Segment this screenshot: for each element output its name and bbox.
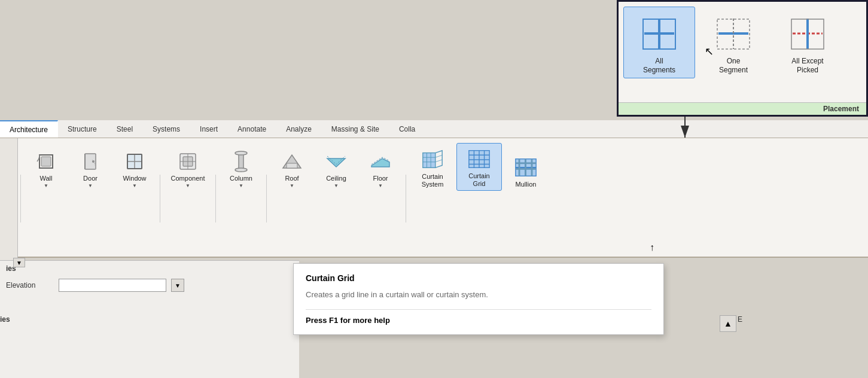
component-label: Component	[171, 175, 205, 182]
floor-drop-arrow: ▼	[378, 183, 383, 188]
tool-ceiling[interactable]: Ceiling ▼	[315, 143, 358, 191]
svg-line-21	[435, 155, 442, 157]
tool-window[interactable]: Window ▼	[113, 143, 156, 191]
svg-rect-35	[531, 159, 533, 176]
placement-one-segment[interactable]: OneSegment	[698, 7, 769, 78]
one-segment-label: OneSegment	[719, 57, 748, 74]
column-icon	[229, 150, 253, 173]
wall-label: Wall	[40, 175, 53, 182]
expand-button[interactable]: ▼	[13, 258, 25, 267]
tab-annotate[interactable]: Annotate	[228, 120, 276, 138]
ribbon-content: fy ▼ Wall ▼ Door ▼	[0, 138, 868, 258]
tool-mullion[interactable]: Mullion	[503, 143, 549, 191]
tab-massing[interactable]: Massing & Site	[322, 120, 389, 138]
tool-roof[interactable]: Roof ▼	[270, 143, 313, 191]
svg-rect-37	[516, 168, 536, 170]
ribbon-separator-4	[266, 175, 267, 222]
door-icon	[78, 150, 102, 173]
curtain-system-label: CurtainSystem	[422, 173, 444, 188]
tab-structure[interactable]: Structure	[58, 120, 107, 138]
tool-door[interactable]: Door ▼	[69, 143, 112, 191]
mullion-icon	[514, 156, 538, 179]
svg-rect-16	[423, 153, 435, 167]
all-segments-icon	[638, 13, 680, 54]
curtain-system-icon	[421, 148, 444, 172]
roof-drop-arrow: ▼	[290, 183, 294, 188]
cursor-on-ribbon: ↑	[650, 242, 654, 253]
component-drop-arrow: ▼	[185, 183, 190, 188]
ceiling-label: Ceiling	[326, 175, 346, 182]
ceiling-icon	[324, 150, 348, 173]
svg-rect-33	[519, 159, 520, 176]
svg-rect-36	[516, 162, 536, 164]
elevation-row: Elevation ▼	[0, 276, 299, 294]
floor-icon	[368, 150, 392, 173]
placement-all-segments[interactable]: AllSegments	[623, 7, 695, 78]
column-drop-arrow: ▼	[239, 183, 243, 188]
tool-wall[interactable]: Wall ▼	[25, 143, 68, 191]
elevation-input[interactable]	[59, 279, 166, 292]
tab-insert[interactable]: Insert	[190, 120, 228, 138]
roof-icon	[280, 150, 304, 173]
placement-all-except-picked[interactable]: All ExceptPicked	[772, 7, 843, 78]
all-except-picked-label: All ExceptPicked	[791, 57, 823, 74]
svg-point-13	[235, 151, 247, 155]
elevation-dropdown[interactable]: ▼	[171, 279, 184, 292]
ribbon-tabs-bar: Architecture Structure Steel Systems Ins…	[0, 120, 868, 138]
elevation-label: Elevation	[6, 281, 54, 289]
svg-rect-12	[239, 153, 243, 170]
wall-icon	[34, 150, 58, 173]
ribbon-separator-1	[20, 175, 21, 222]
tooltip-title: Curtain Grid	[306, 273, 651, 283]
tab-steel[interactable]: Steel	[107, 120, 143, 138]
cursor-on-placement: ↖	[705, 45, 714, 58]
mullion-label: Mullion	[516, 181, 537, 188]
tab-analyze[interactable]: Analyze	[276, 120, 322, 138]
component-icon	[176, 150, 200, 173]
roof-label: Roof	[285, 175, 299, 182]
tool-column[interactable]: Column ▼	[220, 143, 263, 191]
column-label: Column	[230, 175, 252, 182]
properties-label: ies	[0, 261, 299, 276]
e-label: E	[738, 315, 742, 324]
curtain-grid-icon	[467, 147, 491, 171]
placement-popup: AllSegments OneSegment All	[617, 0, 868, 117]
all-except-picked-icon	[787, 13, 829, 54]
tooltip-popup: Curtain Grid Creates a grid line in a cu…	[293, 263, 664, 335]
tab-systems[interactable]: Systems	[143, 120, 190, 138]
window-icon	[123, 150, 147, 173]
tool-floor[interactable]: Floor ▼	[359, 143, 402, 191]
all-segments-label: AllSegments	[643, 57, 675, 74]
placement-section-label: Placement	[619, 102, 866, 115]
up-button[interactable]: ▲	[720, 315, 736, 332]
tool-curtain-system[interactable]: CurtainSystem	[410, 143, 455, 191]
ribbon-separator-5	[406, 175, 406, 222]
ceiling-drop-arrow: ▼	[334, 183, 339, 188]
ribbon-separator-2	[160, 175, 160, 222]
svg-point-14	[235, 168, 247, 172]
ribbon-separator-3	[215, 175, 216, 222]
svg-rect-34	[525, 159, 526, 176]
tool-curtain-grid[interactable]: CurtainGrid	[456, 143, 502, 191]
properties-partial: ies	[0, 315, 10, 324]
window-label: Window	[123, 175, 146, 182]
tab-architecture[interactable]: Architecture	[0, 120, 58, 138]
one-segment-icon	[712, 13, 754, 54]
svg-rect-1	[41, 157, 51, 166]
svg-line-22	[435, 160, 442, 162]
door-drop-arrow: ▼	[88, 183, 93, 188]
tool-component[interactable]: Component ▼	[164, 143, 212, 191]
svg-rect-15	[287, 163, 297, 168]
floor-label: Floor	[373, 175, 388, 182]
tooltip-help: Press F1 for more help	[306, 309, 651, 325]
tab-collaborate[interactable]: Colla	[389, 120, 425, 138]
curtain-grid-label: CurtainGrid	[468, 172, 489, 188]
wall-drop-arrow: ▼	[44, 183, 48, 188]
window-drop-arrow: ▼	[132, 183, 137, 188]
door-label: Door	[83, 175, 98, 182]
placement-tools-row: AllSegments OneSegment All	[619, 2, 866, 102]
tooltip-description: Creates a grid line in a curtain wall or…	[306, 289, 651, 301]
properties-panel: ies Elevation ▼	[0, 260, 299, 378]
